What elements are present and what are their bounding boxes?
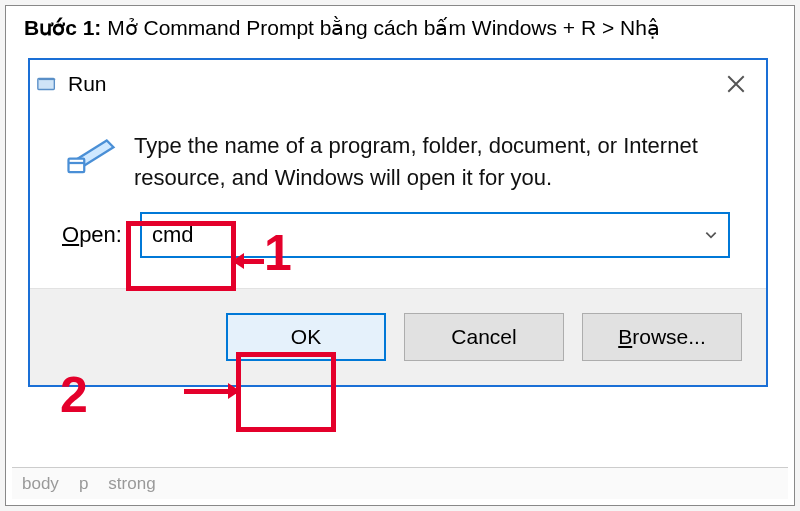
instruction-body: Mở Command Prompt bằng cách bấm Windows …: [101, 16, 660, 39]
breadcrumb-strong: strong: [108, 474, 155, 494]
open-label: Open:: [62, 222, 140, 248]
content-area: Type the name of a program, folder, docu…: [30, 108, 766, 208]
cancel-button[interactable]: Cancel: [404, 313, 564, 361]
open-combobox[interactable]: [140, 212, 730, 258]
titlebar: Run: [30, 60, 766, 108]
run-icon: [36, 73, 58, 95]
button-row: OK Cancel Browse...: [30, 288, 766, 385]
editor-breadcrumb: body p strong: [12, 467, 788, 499]
svg-rect-1: [69, 159, 85, 173]
document-frame: Bước 1: Mở Command Prompt bằng cách bấm …: [5, 5, 795, 506]
ok-button[interactable]: OK: [226, 313, 386, 361]
chevron-down-icon[interactable]: [702, 226, 720, 244]
run-description: Type the name of a program, folder, docu…: [120, 130, 730, 194]
open-input[interactable]: [140, 212, 730, 258]
browse-button[interactable]: Browse...: [582, 313, 742, 361]
step-label: Bước 1:: [24, 16, 101, 39]
breadcrumb-body: body: [22, 474, 59, 494]
svg-rect-0: [38, 79, 55, 90]
breadcrumb-p: p: [79, 474, 88, 494]
run-dialog: Run Type the name of a program, folder, …: [28, 58, 768, 387]
open-row: Open:: [30, 208, 766, 288]
titlebar-text: Run: [68, 72, 107, 96]
close-button[interactable]: [714, 66, 758, 102]
run-large-icon: [62, 130, 120, 178]
instruction-text: Bước 1: Mở Command Prompt bằng cách bấm …: [6, 16, 794, 46]
arrow-2: [184, 389, 238, 394]
